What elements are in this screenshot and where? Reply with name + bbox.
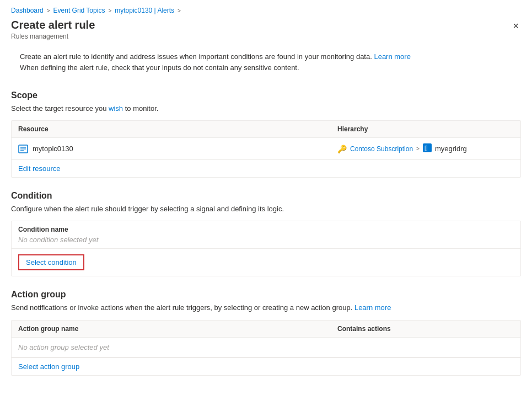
- scope-title: Scope: [11, 90, 521, 100]
- breadcrumb-alerts[interactable]: mytopic0130 | Alerts: [115, 7, 174, 14]
- hierarchy-chevron-icon: >: [416, 146, 420, 152]
- scope-table-row: mytopic0130 🔑 Contoso Subscription > []: [12, 138, 520, 160]
- condition-name-row: Condition name No condition selected yet: [12, 221, 520, 249]
- action-group-table-header: Action group name Contains actions: [12, 321, 520, 338]
- key-icon: 🔑: [337, 145, 347, 153]
- resource-cell: mytopic0130: [18, 145, 337, 153]
- action-group-empty-row: No action group selected yet: [12, 338, 520, 357]
- no-action-group-text: No action group selected yet: [18, 343, 514, 351]
- scope-table: Resource Hierarchy mytopi: [11, 120, 521, 178]
- select-condition-button[interactable]: Select condition: [18, 254, 84, 270]
- select-action-group-link[interactable]: Select action group: [12, 358, 520, 375]
- scope-description: Select the target resource you wish to m…: [11, 104, 521, 114]
- panel-title: Create alert rule: [11, 19, 95, 31]
- resource-icon: [18, 145, 28, 153]
- condition-name-label: Condition name: [18, 226, 514, 233]
- breadcrumb-sep-1: >: [47, 8, 50, 14]
- scope-table-header: Resource Hierarchy: [12, 121, 520, 138]
- edit-resource-link[interactable]: Edit resource: [12, 160, 520, 177]
- action-group-description: Send notifications or invoke actions whe…: [11, 303, 521, 313]
- condition-section: Condition Configure when the alert rule …: [0, 191, 532, 290]
- resource-group-name: myegridrg: [435, 145, 467, 153]
- action-group-desc-text: Send notifications or invoke actions whe…: [11, 303, 354, 312]
- resource-name: mytopic0130: [33, 145, 73, 153]
- breadcrumb-event-grid[interactable]: Event Grid Topics: [53, 7, 105, 14]
- breadcrumb-sep-3: >: [178, 8, 181, 14]
- subscription-link[interactable]: Contoso Subscription: [350, 145, 413, 153]
- breadcrumb: Dashboard > Event Grid Topics > mytopic0…: [0, 0, 532, 17]
- condition-description: Configure when the alert rule should tri…: [11, 204, 521, 214]
- rg-icon: []: [423, 143, 432, 154]
- breadcrumb-sep-2: >: [108, 8, 111, 14]
- header-title-area: Create alert rule Rules management: [11, 19, 95, 40]
- svg-text:[]: []: [424, 145, 428, 151]
- scrollable-area[interactable]: Create an alert rule to identify and add…: [0, 45, 532, 395]
- create-alert-rule-panel: Dashboard > Event Grid Topics > mytopic0…: [0, 0, 532, 395]
- condition-table: Condition name No condition selected yet…: [11, 221, 521, 276]
- hierarchy-column-header: Hierarchy: [337, 125, 514, 133]
- action-group-learn-more[interactable]: Learn more: [354, 303, 391, 312]
- info-text-2: When defining the alert rule, check that…: [20, 63, 299, 72]
- action-group-table: Action group name Contains actions No ac…: [11, 320, 521, 376]
- scope-desc-text: Select the target resource you: [11, 104, 109, 113]
- action-group-name-header: Action group name: [18, 325, 337, 333]
- scope-section: Scope Select the target resource you wis…: [0, 90, 532, 191]
- panel-subtitle: Rules management: [11, 33, 95, 40]
- contains-actions-header: Contains actions: [337, 325, 514, 333]
- select-condition-row: Select condition: [12, 249, 520, 276]
- action-group-title: Action group: [11, 290, 521, 300]
- scope-desc-link[interactable]: wish: [109, 104, 123, 113]
- no-condition-text: No condition selected yet: [18, 236, 514, 244]
- resource-column-header: Resource: [18, 125, 337, 133]
- info-banner: Create an alert rule to identify and add…: [11, 45, 521, 79]
- info-text-1: Create an alert rule to identify and add…: [20, 52, 374, 61]
- hierarchy-cell: 🔑 Contoso Subscription > [] myegridrg: [337, 143, 514, 154]
- panel-header: Create alert rule Rules management ×: [0, 17, 532, 45]
- action-group-section: Action group Send notifications or invok…: [0, 290, 532, 388]
- breadcrumb-dashboard[interactable]: Dashboard: [11, 7, 44, 14]
- learn-more-link-1[interactable]: Learn more: [374, 52, 410, 61]
- scope-desc-after: to monitor.: [123, 104, 158, 113]
- close-button[interactable]: ×: [510, 19, 521, 33]
- condition-title: Condition: [11, 191, 521, 201]
